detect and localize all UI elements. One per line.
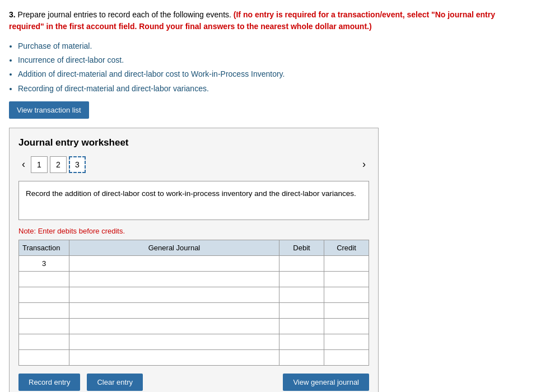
tab-1-button[interactable]: 1	[31, 156, 48, 173]
cell-transaction-3	[19, 302, 69, 318]
next-tab-button[interactable]: ›	[359, 157, 369, 171]
input-general-1[interactable]	[69, 272, 279, 287]
cell-transaction-4	[19, 318, 69, 334]
input-credit-6[interactable]	[324, 350, 369, 365]
table-header-row: Transaction General Journal Debit Credit	[19, 240, 369, 255]
cell-transaction-2	[19, 287, 69, 302]
clear-entry-button[interactable]: Clear entry	[87, 374, 143, 391]
input-general-2[interactable]	[69, 287, 279, 302]
input-credit-5[interactable]	[324, 334, 369, 349]
input-debit-2[interactable]	[279, 287, 324, 302]
input-debit-1[interactable]	[279, 272, 324, 287]
cell-general-5[interactable]	[69, 334, 279, 349]
header-general-journal: General Journal	[69, 240, 279, 255]
input-debit-3[interactable]	[279, 303, 324, 318]
cell-debit-3[interactable]	[279, 302, 324, 318]
cell-credit-0[interactable]	[324, 255, 369, 271]
cell-credit-2[interactable]	[324, 287, 369, 302]
bullet-list: Purchase of material. Incurrence of dire…	[18, 39, 527, 96]
cell-debit-5[interactable]	[279, 334, 324, 349]
question-intro: Prepare journal entries to record each o…	[18, 10, 231, 19]
input-debit-4[interactable]	[279, 319, 324, 334]
cell-transaction-1	[19, 271, 69, 287]
input-general-0[interactable]	[69, 256, 279, 271]
input-general-5[interactable]	[69, 334, 279, 349]
table-row	[19, 334, 369, 349]
input-credit-2[interactable]	[324, 287, 369, 302]
question-header: 3. Prepare journal entries to record eac…	[9, 9, 527, 32]
prev-tab-button[interactable]: ‹	[18, 157, 29, 171]
cell-transaction-5	[19, 334, 69, 349]
cell-credit-4[interactable]	[324, 318, 369, 334]
table-row	[19, 349, 369, 365]
question-number: 3.	[9, 10, 16, 19]
worksheet-container: Journal entry worksheet ‹ 1 2 3 › Record…	[9, 128, 379, 392]
cell-debit-1[interactable]	[279, 271, 324, 287]
description-text: Record the addition of direct-labor cost…	[26, 189, 356, 198]
cell-general-6[interactable]	[69, 349, 279, 365]
cell-credit-6[interactable]	[324, 349, 369, 365]
bullet-item-3: Addition of direct-material and direct-l…	[18, 67, 527, 81]
table-row	[19, 271, 369, 287]
input-debit-5[interactable]	[279, 334, 324, 349]
tab-3-button[interactable]: 3	[69, 156, 86, 173]
cell-general-4[interactable]	[69, 318, 279, 334]
cell-debit-0[interactable]	[279, 255, 324, 271]
cell-general-1[interactable]	[69, 271, 279, 287]
record-entry-button[interactable]: Record entry	[18, 374, 80, 391]
cell-debit-4[interactable]	[279, 318, 324, 334]
bullet-item-4: Recording of direct-material and direct-…	[18, 82, 527, 96]
cell-credit-1[interactable]	[324, 271, 369, 287]
cell-general-0[interactable]	[69, 255, 279, 271]
table-row	[19, 318, 369, 334]
input-debit-0[interactable]	[279, 256, 324, 271]
table-row	[19, 287, 369, 302]
input-credit-1[interactable]	[324, 272, 369, 287]
view-transaction-button[interactable]: View transaction list	[9, 101, 89, 119]
input-credit-4[interactable]	[324, 319, 369, 334]
cell-transaction-0: 3	[19, 255, 69, 271]
input-general-4[interactable]	[69, 319, 279, 334]
cell-transaction-6	[19, 349, 69, 365]
description-box: Record the addition of direct-labor cost…	[18, 181, 369, 220]
cell-general-2[interactable]	[69, 287, 279, 302]
cell-debit-6[interactable]	[279, 349, 324, 365]
input-credit-3[interactable]	[324, 303, 369, 318]
cell-credit-5[interactable]	[324, 334, 369, 349]
input-debit-6[interactable]	[279, 350, 324, 365]
tab-2-button[interactable]: 2	[50, 156, 67, 173]
input-general-3[interactable]	[69, 303, 279, 318]
tab-navigation: ‹ 1 2 3 ›	[18, 156, 369, 173]
cell-credit-3[interactable]	[324, 302, 369, 318]
bullet-item-1: Purchase of material.	[18, 39, 527, 53]
table-row	[19, 302, 369, 318]
cell-general-3[interactable]	[69, 302, 279, 318]
bottom-buttons: Record entry Clear entry View general jo…	[18, 374, 369, 391]
cell-debit-2[interactable]	[279, 287, 324, 302]
header-credit: Credit	[324, 240, 369, 255]
header-transaction: Transaction	[19, 240, 69, 255]
journal-table: Transaction General Journal Debit Credit…	[18, 240, 369, 366]
bullet-item-2: Incurrence of direct-labor cost.	[18, 53, 527, 67]
note-text: Note: Enter debits before credits.	[18, 227, 369, 235]
header-debit: Debit	[279, 240, 324, 255]
input-credit-0[interactable]	[324, 256, 369, 271]
table-row: 3	[19, 255, 369, 271]
worksheet-title: Journal entry worksheet	[18, 137, 369, 148]
input-general-6[interactable]	[69, 350, 279, 365]
view-general-journal-button[interactable]: View general journal	[283, 374, 369, 391]
